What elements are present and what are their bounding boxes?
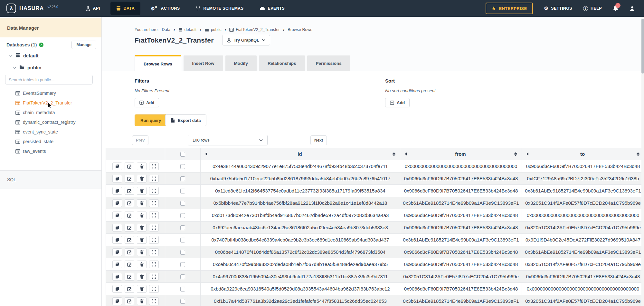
expand-row-button[interactable]: [149, 285, 159, 293]
row-checkbox[interactable]: [180, 262, 185, 267]
expand-row-button[interactable]: [149, 224, 159, 232]
delete-row-button[interactable]: [137, 248, 147, 256]
prev-page-button[interactable]: Prev: [132, 135, 148, 145]
clone-row-button[interactable]: [112, 261, 122, 268]
delete-row-button[interactable]: [137, 199, 147, 207]
delete-row-button[interactable]: [137, 175, 147, 183]
clone-row-button[interactable]: [112, 163, 122, 170]
edit-row-button[interactable]: [125, 199, 134, 207]
edit-row-button[interactable]: [125, 163, 134, 170]
settings-button[interactable]: ⚙ SETTINGS: [544, 5, 572, 11]
expand-row-button[interactable]: [149, 212, 159, 219]
notifications-button[interactable]: [613, 5, 619, 12]
select-all-checkbox[interactable]: [180, 152, 185, 157]
sort-icon[interactable]: [514, 152, 517, 156]
nav-item-api[interactable]: API: [80, 2, 106, 15]
sort-icon[interactable]: [637, 152, 639, 156]
expand-row-button[interactable]: [149, 175, 159, 183]
edit-row-button[interactable]: [125, 212, 134, 219]
add-filter-button[interactable]: Add: [135, 98, 159, 107]
row-checkbox[interactable]: [180, 274, 185, 279]
user-menu-button[interactable]: [630, 6, 635, 11]
try-graphql-button[interactable]: Try GraphQL: [222, 35, 270, 45]
rows-per-page-select[interactable]: 100 rows: [188, 135, 268, 145]
row-checkbox[interactable]: [180, 250, 185, 255]
clone-row-button[interactable]: [112, 199, 122, 207]
edit-row-button[interactable]: [125, 187, 134, 195]
sidebar-table-item[interactable]: dynamic_contract_registry: [0, 117, 101, 127]
search-tables-input[interactable]: [5, 75, 93, 84]
row-checkbox[interactable]: [180, 287, 185, 291]
sidebar-table-item[interactable]: EventsSummary: [0, 88, 101, 98]
breadcrumb-item-default[interactable]: default: [178, 27, 197, 32]
breadcrumb-item-table[interactable]: FiatTokenV2_2_Transfer: [229, 27, 279, 32]
add-sort-button[interactable]: Add: [385, 98, 410, 107]
delete-row-button[interactable]: [137, 297, 147, 305]
row-checkbox[interactable]: [180, 238, 185, 242]
edit-row-button[interactable]: [125, 248, 134, 256]
tab-browse-rows[interactable]: Browse Rows: [135, 55, 181, 71]
help-button[interactable]: ? HELP: [583, 6, 602, 11]
delete-row-button[interactable]: [137, 224, 147, 232]
delete-row-button[interactable]: [137, 163, 147, 170]
export-data-button[interactable]: Export data: [165, 114, 206, 126]
sidebar-table-item[interactable]: event_sync_state: [0, 127, 101, 137]
clone-row-button[interactable]: [112, 248, 122, 256]
tab-relationships[interactable]: Relationships: [259, 55, 305, 71]
expand-row-button[interactable]: [149, 236, 159, 244]
hasura-logo[interactable]: λ HASURA v2.23.0: [6, 4, 58, 13]
clone-row-button[interactable]: [112, 212, 122, 219]
next-page-button[interactable]: Next: [310, 135, 327, 145]
expand-row-button[interactable]: [149, 273, 159, 281]
delete-row-button[interactable]: [137, 273, 147, 281]
expand-row-button[interactable]: [149, 187, 159, 195]
nav-item-events[interactable]: EVENTS: [254, 2, 290, 15]
row-checkbox[interactable]: [180, 213, 185, 218]
clone-row-button[interactable]: [112, 297, 122, 305]
edit-row-button[interactable]: [125, 297, 134, 305]
enterprise-button[interactable]: ★ ENTERPRISE: [486, 3, 533, 14]
breadcrumb-item-browse-rows[interactable]: Browse Rows: [288, 27, 312, 32]
edit-row-button[interactable]: [125, 224, 134, 232]
clone-row-button[interactable]: [112, 273, 122, 281]
delete-row-button[interactable]: [137, 285, 147, 293]
delete-row-button[interactable]: [137, 236, 147, 244]
delete-row-button[interactable]: [137, 212, 147, 219]
clone-row-button[interactable]: [112, 285, 122, 293]
tree-node-public-schema[interactable]: public: [13, 65, 41, 70]
row-checkbox[interactable]: [180, 225, 185, 230]
row-checkbox[interactable]: [180, 189, 185, 193]
sort-icon[interactable]: [393, 152, 395, 156]
tree-node-default-db[interactable]: default: [9, 53, 39, 58]
expand-row-button[interactable]: [149, 199, 159, 207]
delete-row-button[interactable]: [137, 187, 147, 195]
breadcrumb-item-data[interactable]: Data: [162, 27, 170, 32]
sidebar-table-item[interactable]: raw_events: [0, 146, 101, 156]
row-checkbox[interactable]: [180, 164, 185, 169]
nav-item-data[interactable]: DATA: [110, 2, 140, 15]
manage-button[interactable]: Manage: [71, 41, 96, 49]
run-query-button[interactable]: Run query: [135, 114, 167, 126]
expand-row-button[interactable]: [149, 297, 159, 305]
clone-row-button[interactable]: [112, 224, 122, 232]
row-checkbox[interactable]: [180, 201, 185, 206]
edit-row-button[interactable]: [125, 236, 134, 244]
column-header-from[interactable]: from: [400, 148, 522, 160]
row-checkbox[interactable]: [180, 299, 185, 304]
clone-row-button[interactable]: [112, 187, 122, 195]
tab-modify[interactable]: Modify: [225, 55, 257, 71]
column-header-id[interactable]: id: [201, 148, 400, 160]
sidebar-table-item[interactable]: FiatTokenV2_2_Transfer: [0, 98, 101, 108]
edit-row-button[interactable]: [125, 273, 134, 281]
scrollbar-thumb[interactable]: [641, 19, 644, 74]
breadcrumb-item-public[interactable]: public: [204, 27, 222, 32]
sidebar-item-sql[interactable]: SQL: [0, 170, 101, 189]
expand-row-button[interactable]: [149, 248, 159, 256]
nav-item-remote-schemas[interactable]: REMOTE SCHEMAS: [190, 2, 249, 15]
tab-insert-row[interactable]: Insert Row: [184, 55, 223, 71]
edit-row-button[interactable]: [125, 175, 134, 183]
delete-row-button[interactable]: [137, 261, 147, 268]
clone-row-button[interactable]: [112, 175, 122, 183]
nav-item-actions[interactable]: ⚙⚙ ACTIONS: [145, 2, 185, 15]
edit-row-button[interactable]: [125, 261, 134, 268]
